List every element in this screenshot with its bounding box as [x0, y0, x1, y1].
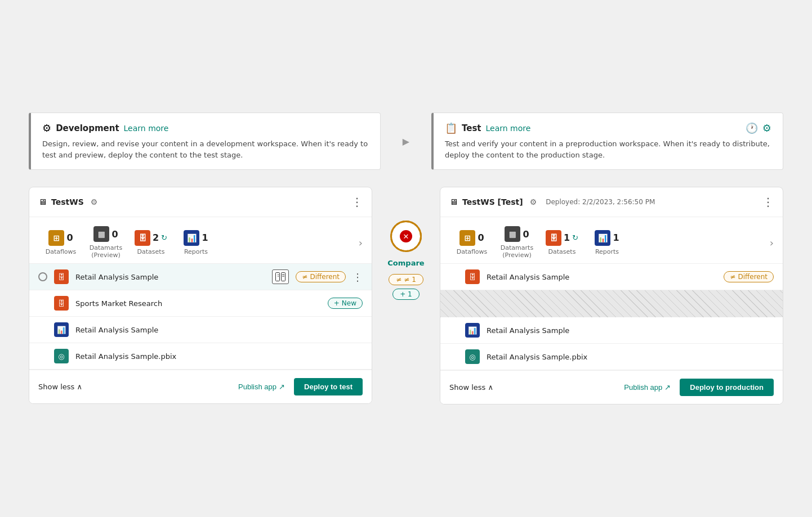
report-icon: 📊 — [54, 322, 69, 337]
test-pbix-icon: ◎ — [465, 349, 480, 364]
dev-item-retail-dataset[interactable]: 🗄 Retail Analysis Sample ≠ — [29, 264, 372, 290]
dev-stat-datasets: 🗄 2 ↻ Datasets — [128, 230, 173, 255]
dev-deploy-to-test-button[interactable]: Deploy to test — [294, 378, 363, 395]
dataflows-icon: ⊞ — [48, 230, 64, 246]
dev-workspace-menu[interactable]: ⋮ — [351, 195, 363, 209]
different-badge: ≠ Different — [296, 271, 346, 282]
dev-retail-pbix-name: Retail Analysis Sample.pbix — [75, 352, 363, 361]
test-chevron-up-icon: ∧ — [488, 383, 493, 392]
dev-reports-count: 1 — [202, 232, 208, 243]
test-external-link-icon: ↗ — [664, 383, 671, 392]
test-retail-pbix-name: Retail Analysis Sample.pbix — [487, 353, 774, 361]
compare-view-button[interactable] — [272, 269, 289, 284]
plus-icon: + — [334, 299, 340, 307]
dev-stat-dataflows: ⊞ 0 Dataflows — [38, 230, 83, 255]
test-dataflows-count: 0 — [478, 232, 484, 243]
item-context-menu[interactable]: ⋮ — [353, 271, 363, 283]
dataset-icon: 🗄 — [54, 269, 69, 284]
dev-to-test-arrow: ▶ — [398, 136, 414, 147]
dev-workspace-title: TestWS — [51, 197, 84, 206]
test-item-retail-pbix[interactable]: ◎ Retail Analysis Sample.pbix — [440, 344, 783, 370]
dev-reports-label: Reports — [184, 248, 208, 255]
test-refresh-icon: ↻ — [572, 233, 578, 242]
datasets-icon: 🗄 — [135, 230, 150, 246]
dev-learn-more-link[interactable]: Learn more — [124, 124, 169, 133]
history-icon[interactable]: 🕐 — [746, 122, 758, 134]
test-stat-reports: 📊 1 Reports — [585, 230, 630, 255]
test-stats-scroll-right[interactable]: › — [770, 237, 774, 249]
test-datamarts-icon: ▦ — [505, 226, 520, 242]
dev-item-retail-report[interactable]: 📊 Retail Analysis Sample — [29, 317, 372, 343]
external-link-icon: ↗ — [279, 383, 285, 391]
dev-item-retail-pbix[interactable]: ◎ Retail Analysis Sample.pbix — [29, 343, 372, 370]
test-workspace-settings-icon[interactable]: ⚙ — [530, 197, 537, 206]
dev-workspace-header: 🖥 TestWS ⚙ ⋮ — [29, 187, 372, 217]
test-deployed-info: Deployed: 2/2/2023, 2:56:50 PM — [546, 198, 655, 206]
test-card: 📋 Test Learn more 🕐 ⚙️ Test and verify y… — [431, 113, 783, 170]
new-badge: + New — [328, 298, 363, 309]
dev-show-less[interactable]: Show less ∧ — [38, 383, 82, 391]
dev-datamarts-label: Datamarts(Preview) — [90, 244, 122, 259]
compare-circle[interactable]: ✕ — [390, 221, 422, 252]
compare-badges: ≠ ≠ 1 + 1 — [389, 274, 423, 300]
dev-workspace-card: 🖥 TestWS ⚙ ⋮ ⊞ 0 Dataflows ▦ — [29, 187, 372, 404]
dev-stat-reports: 📊 1 Reports — [173, 230, 218, 255]
test-hatched-empty-slot — [440, 290, 783, 317]
compare-new-badge: + 1 — [392, 289, 420, 300]
dev-icon: ⚙️ — [42, 122, 51, 134]
dev-retail-report-name: Retail Analysis Sample — [75, 326, 363, 334]
pbix-icon: ◎ — [54, 349, 69, 363]
dev-publish-app-button[interactable]: Publish app ↗ — [238, 383, 285, 391]
dev-workspace-settings-icon[interactable]: ⚙ — [91, 197, 98, 206]
test-card-footer: Show less ∧ Publish app ↗ Deploy to prod… — [440, 370, 783, 404]
item-radio[interactable] — [38, 272, 47, 281]
test-card-icons: 🕐 ⚙️ — [746, 122, 771, 134]
dev-card-body: Design, review, and revise your content … — [42, 138, 369, 160]
info-cards-row: ⚙️ Development Learn more Design, review… — [29, 113, 783, 170]
test-card-header: 📋 Test Learn more 🕐 ⚙️ — [445, 122, 771, 134]
chevron-up-icon: ∧ — [77, 383, 82, 391]
test-retail-dataset-name: Retail Analysis Sample — [487, 273, 717, 281]
dev-datasets-count: 2 — [153, 232, 159, 243]
test-datasets-count: 1 — [564, 232, 570, 243]
dev-items-list: 🗄 Retail Analysis Sample ≠ — [29, 263, 372, 370]
compare-rotate-icon — [390, 221, 422, 252]
test-reports-label: Reports — [595, 248, 619, 255]
dev-sports-dataset-name: Sports Market Research — [75, 299, 321, 308]
test-workspace-icon: 🖥 — [449, 197, 458, 207]
test-workspace-menu[interactable]: ⋮ — [762, 195, 774, 209]
stats-scroll-right[interactable]: › — [359, 237, 363, 249]
svg-rect-0 — [276, 273, 280, 281]
test-workspace-card: 🖥 TestWS [Test] ⚙ Deployed: 2/2/2023, 2:… — [440, 187, 783, 404]
dataset-icon-sports: 🗄 — [54, 296, 69, 311]
dev-workspace-icon: 🖥 — [38, 197, 47, 207]
dev-stats-row: ⊞ 0 Dataflows ▦ 0 Datamarts(Preview) 🗄 — [29, 217, 372, 263]
test-card-body: Test and verify your content in a prepro… — [445, 138, 771, 160]
settings-icon[interactable]: ⚙️ — [762, 122, 771, 134]
test-item-retail-dataset[interactable]: 🗄 Retail Analysis Sample ≠ Different — [440, 264, 783, 290]
test-not-equal-icon: ≠ — [730, 273, 735, 281]
test-item-retail-report[interactable]: 📊 Retail Analysis Sample — [440, 317, 783, 344]
right-arrow-icon: ▶ — [403, 136, 409, 147]
test-reports-count: 1 — [613, 232, 619, 243]
test-datasets-icon: 🗄 — [546, 230, 561, 246]
main-page: ⚙️ Development Learn more Design, review… — [17, 96, 795, 421]
test-stat-datasets: 🗄 1 ↻ Datasets — [539, 230, 585, 255]
test-stat-datamarts: ▦ 0 Datamarts(Preview) — [494, 226, 539, 259]
test-report-icon: 📊 — [465, 323, 480, 338]
dev-dataflows-label: Dataflows — [46, 248, 77, 255]
dev-card-header: ⚙️ Development Learn more — [42, 122, 369, 134]
test-workspace-name: TestWS [Test] — [462, 197, 523, 206]
dev-datasets-label: Datasets — [137, 248, 165, 255]
compare-label[interactable]: Compare — [387, 259, 424, 267]
development-card: ⚙️ Development Learn more Design, review… — [29, 113, 381, 170]
refresh-icon: ↻ — [161, 233, 167, 242]
test-learn-more-link[interactable]: Learn more — [486, 124, 531, 133]
test-show-less[interactable]: Show less ∧ — [449, 383, 493, 392]
test-deploy-to-production-button[interactable]: Deploy to production — [680, 379, 774, 396]
test-publish-app-button[interactable]: Publish app ↗ — [624, 383, 671, 392]
test-stat-dataflows: ⊞ 0 Dataflows — [449, 230, 494, 255]
test-retail-report-name: Retail Analysis Sample — [487, 326, 774, 335]
dev-item-sports-dataset[interactable]: 🗄 Sports Market Research + New — [29, 290, 372, 317]
reports-icon: 📊 — [184, 230, 199, 246]
